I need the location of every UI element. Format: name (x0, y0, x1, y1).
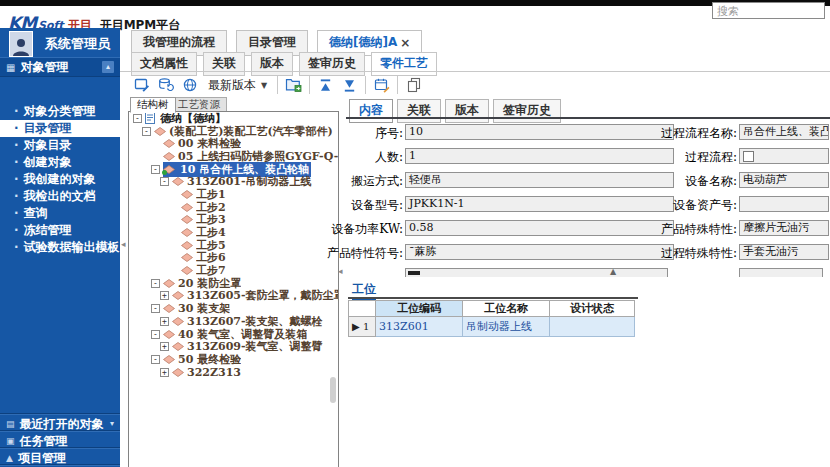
sidebar-section-task-mgmt[interactable]: ▣任务管理 (0, 431, 120, 449)
scroll-up-icon[interactable]: ▲ (610, 267, 616, 276)
globe-icon[interactable] (181, 77, 198, 94)
tab-approval-history[interactable]: 签审历史 (299, 52, 365, 76)
field-label-process-special-char: 过程特殊特性: (661, 245, 737, 262)
tree-node[interactable]: +313Z605-套防尘罩，戴防尘罩螺 (129, 290, 338, 303)
tab-label: 内容 (359, 103, 383, 117)
field-input-process-flow[interactable] (739, 148, 829, 164)
tree-node[interactable]: +322Z313 (129, 366, 338, 379)
tab-label: 签审历史 (503, 103, 551, 117)
search-input[interactable] (712, 2, 825, 19)
tree-node[interactable]: -50 最终检验 (129, 353, 338, 366)
sidebar-item-freeze-mgmt[interactable]: ·冻结管理 (0, 222, 120, 239)
tab-label: 版本 (260, 56, 284, 70)
view-edit-icon[interactable] (133, 77, 150, 94)
mpm-application-window: KM Soft 开目 开目MPM平台 系统管理员 ▦ 对象管理 ▴ ·对象分类管… (0, 0, 830, 467)
sidebar-section-label: 任务管理 (20, 433, 68, 449)
sidebar-item-my-created-objects[interactable]: ·我创建的对象 (0, 171, 120, 188)
chevron-down-icon[interactable]: ▾ (110, 416, 114, 432)
tab-relations[interactable]: 关联 (397, 99, 441, 123)
tree-expander[interactable]: - (151, 165, 160, 174)
cell-station-name[interactable]: 吊制动器上线 (463, 317, 550, 337)
tree-expander[interactable]: - (151, 304, 160, 313)
section-collapse-icon[interactable]: ▴ (102, 61, 114, 73)
tab-part-process[interactable]: 零件工艺 (371, 52, 437, 76)
field-input-headcount[interactable]: 1 (405, 148, 674, 164)
tree-expander[interactable]: - (142, 127, 151, 136)
tree-expander[interactable]: + (160, 291, 169, 300)
document-node-icon (145, 112, 157, 124)
close-icon[interactable]: × (400, 36, 410, 50)
tree-node[interactable]: 工步1 (129, 188, 338, 201)
copy-icon[interactable] (405, 77, 422, 94)
field-input-equipment-name[interactable]: 电动葫芦 (739, 172, 829, 188)
column-header-station-name[interactable]: 工位名称 (463, 301, 550, 317)
field-input-process-special-char[interactable]: 手套无油污 (739, 244, 829, 260)
field-input-product-char-symbol[interactable]: ˉ蔴胨 (405, 244, 674, 260)
field-label-handling-method: 搬运方式: (351, 173, 403, 190)
tree-expander[interactable]: + (160, 317, 169, 326)
cell-station-code[interactable]: 313Z601 (376, 317, 463, 337)
clipped-form-row (405, 268, 668, 277)
sidebar-item-query[interactable]: ·查询 (0, 205, 120, 222)
tree-expander[interactable]: + (160, 368, 169, 377)
sidebar-collapse-handle[interactable]: ◂ (121, 239, 126, 249)
tab-doc-properties[interactable]: 文档属性 (131, 52, 197, 76)
tree-node[interactable]: 工步2 (129, 201, 338, 214)
sidebar-section-object-management[interactable]: ▦ 对象管理 ▴ (0, 57, 120, 77)
cell-design-status[interactable] (550, 317, 635, 337)
tab-structure-tree[interactable]: 结构树 (130, 97, 176, 113)
column-header-station-code[interactable]: 工位编码 (376, 301, 463, 317)
content-panel: 内容 关联 版本 签审历史 序号: 10 人数: 1 搬运方式: 轻便吊 设备型… (346, 97, 830, 467)
tab-versions[interactable]: 版本 (445, 99, 489, 123)
tree-node[interactable]: 工步5 (129, 239, 338, 252)
checkbox-icon[interactable] (743, 151, 754, 162)
field-input-equipment-model[interactable]: JPKK1N-1 (405, 196, 674, 212)
field-input-seq[interactable]: 10 (405, 124, 674, 140)
sidebar-item-create-object[interactable]: ·创建对象 (0, 154, 120, 171)
database-sync-icon[interactable] (157, 77, 174, 94)
tree-expander[interactable]: - (151, 355, 160, 364)
table-row[interactable]: ▶ 1 313Z601 吊制动器上线 (349, 317, 635, 337)
field-input-equipment-power[interactable]: 0.58 (405, 220, 674, 236)
collapse-to-top-icon[interactable] (317, 77, 334, 94)
folder-export-icon[interactable] (285, 77, 302, 94)
tree-node[interactable]: 工步4 (129, 226, 338, 239)
tree-expander[interactable]: + (160, 342, 169, 351)
tree-expander[interactable]: - (151, 330, 160, 339)
process-node-icon (172, 368, 184, 377)
version-selector[interactable]: 最新版本 ▼ (205, 76, 270, 95)
row-selector-cell[interactable]: ▶ 1 (349, 317, 376, 337)
bullet-icon: · (14, 138, 19, 152)
tree-expander[interactable]: - (151, 279, 160, 288)
tree-expander[interactable]: - (160, 177, 169, 186)
toolbar-separator (397, 76, 398, 94)
sidebar-item-object-directory[interactable]: ·对象目录 (0, 137, 120, 154)
field-input-process-flow-name[interactable]: 吊合件上线、装凸轮轴 (739, 124, 829, 140)
sidebar-section-recent-objects[interactable]: ▤最近打开的对象▾ (0, 414, 120, 432)
tab-approval-history[interactable]: 签审历史 (493, 99, 561, 123)
process-node-icon (154, 127, 166, 136)
column-header-design-status[interactable]: 设计状态 (550, 301, 635, 317)
tree-scrollbar-thumb[interactable] (330, 377, 336, 403)
tree-node[interactable]: 工步3 (129, 214, 338, 227)
tab-versions[interactable]: 版本 (251, 52, 293, 76)
tab-content[interactable]: 内容 (349, 99, 393, 123)
field-input-handling-method[interactable]: 轻便吊 (405, 172, 674, 188)
calendar-edit-icon[interactable] (373, 77, 390, 94)
splitter-collapse-handle[interactable]: ◂ (338, 266, 343, 276)
tree-node[interactable]: -313Z601-吊制动器上线 (129, 175, 338, 188)
tab-relations[interactable]: 关联 (203, 52, 245, 76)
tree-expander[interactable]: - (133, 114, 142, 123)
expand-to-bottom-icon[interactable] (341, 77, 358, 94)
field-input-product-special-char[interactable]: 摩擦片无油污 (739, 220, 829, 236)
user-avatar[interactable] (9, 31, 33, 57)
sidebar-item-directory-mgmt[interactable]: ·目录管理 (0, 120, 120, 137)
sidebar-item-my-checked-out-docs[interactable]: ·我检出的文档 (0, 188, 120, 205)
station-divider (348, 297, 638, 299)
sidebar-item-test-data-template[interactable]: ·试验数据输出模板 (0, 239, 120, 256)
user-row: 系统管理员 (0, 31, 120, 57)
sidebar-item-object-class-mgmt[interactable]: ·对象分类管理 (0, 103, 120, 120)
field-input-equipment-asset-no[interactable] (739, 196, 829, 212)
tree-node[interactable]: 工步6 (129, 252, 338, 265)
sidebar-section-project-mgmt[interactable]: ▲项目管理 (0, 448, 120, 466)
